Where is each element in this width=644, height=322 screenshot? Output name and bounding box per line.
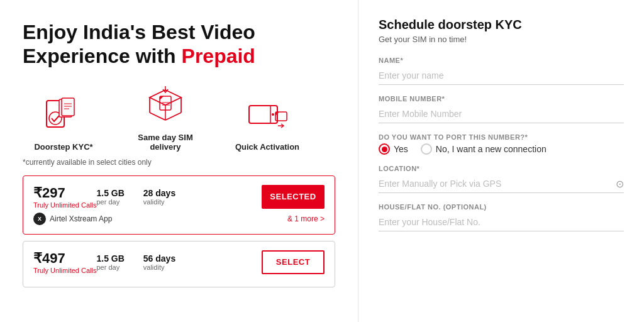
headline-highlight: Prepaid [182, 45, 255, 67]
feature-activation: Quick Activation [226, 93, 308, 152]
svg-marker-14 [160, 96, 164, 100]
plan-2-subtitle: Truly Unlimited Calls [33, 267, 96, 274]
location-field-group: LOCATION* ⊙ [379, 165, 624, 193]
house-input[interactable] [379, 213, 624, 231]
plan-1-price: ₹297 Truly Unlimited Calls [33, 185, 96, 209]
plan-card-2: ₹497 Truly Unlimited Calls 1.5 GB per da… [23, 241, 335, 287]
name-input[interactable] [379, 67, 624, 85]
port-yes-label: Yes [394, 144, 408, 154]
name-label: NAME* [379, 57, 624, 64]
plan-2-select-button[interactable]: SELECT [262, 250, 325, 274]
activation-icon [242, 93, 292, 137]
plan-card-1: ₹297 Truly Unlimited Calls 1.5 GB per da… [23, 175, 335, 235]
location-row: ⊙ [379, 175, 624, 193]
svg-line-11 [165, 113, 181, 120]
port-no-label: No, I want a new connection [436, 144, 547, 154]
plan-1-details: 1.5 GB per day 28 days validity [96, 188, 262, 206]
plan-1-app-name: Airtel Xstream App [50, 214, 112, 223]
mobile-label: MOBILE NUMBER* [379, 95, 624, 103]
mobile-input[interactable] [379, 105, 624, 123]
house-label: HOUSE/FLAT NO. (OPTIONAL) [379, 203, 624, 211]
feature-doorstep: Doorstep KYC* [23, 93, 104, 152]
disclaimer-text: *currently available in select cities on… [23, 158, 335, 167]
mobile-field-group: MOBILE NUMBER* [379, 95, 624, 123]
name-field-group: NAME* [379, 57, 624, 85]
svg-rect-3 [62, 98, 74, 116]
plan-1-bottom-row: X Airtel Xstream App & 1 more > [33, 213, 325, 225]
plan-2-top-row: ₹497 Truly Unlimited Calls 1.5 GB per da… [33, 250, 325, 274]
headline-line1: Enjoy India's Best Video [23, 21, 255, 43]
plan-2-data: 1.5 GB per day [96, 253, 124, 271]
headline-line2: Experience with [23, 45, 182, 67]
plan-1-subtitle: Truly Unlimited Calls [33, 201, 96, 209]
main-container: Enjoy India's Best Video Experience with… [0, 0, 644, 322]
plan-1-select-button[interactable]: SELECTED [262, 185, 325, 209]
port-label: DO YOU WANT TO PORT THIS NUMBER?* [379, 133, 624, 141]
plan-1-app-badge: X Airtel Xstream App [33, 213, 112, 225]
form-subtitle: Get your SIM in no time! [379, 35, 624, 44]
plan-1-validity: 28 days validity [143, 188, 175, 206]
plan-2-details: 1.5 GB per day 56 days validity [96, 253, 262, 271]
feature-activation-label: Quick Activation [235, 142, 299, 152]
right-panel: Schedule doorstep KYC Get your SIM in no… [358, 0, 644, 322]
svg-point-20 [272, 113, 274, 116]
airtel-xstream-icon: X [33, 213, 46, 225]
gps-icon[interactable]: ⊙ [616, 178, 624, 190]
plan-2-price: ₹497 Truly Unlimited Calls [33, 250, 96, 274]
location-label: LOCATION* [379, 165, 624, 172]
plan-1-top-row: ₹297 Truly Unlimited Calls 1.5 GB per da… [33, 185, 325, 209]
port-no-option[interactable]: No, I want a new connection [421, 143, 547, 155]
headline: Enjoy India's Best Video Experience with… [23, 20, 335, 69]
port-no-radio[interactable] [421, 143, 432, 155]
house-field-group: HOUSE/FLAT NO. (OPTIONAL) [379, 203, 624, 231]
sim-delivery-icon [140, 84, 191, 128]
feature-sim: Same day SIM delivery [125, 84, 206, 152]
location-input[interactable] [379, 175, 616, 192]
plan-1-data: 1.5 GB per day [96, 188, 124, 206]
port-radio-group: Yes No, I want a new connection [379, 143, 624, 155]
feature-sim-label: Same day SIM delivery [125, 133, 206, 152]
plan-1-more-link[interactable]: & 1 more > [287, 214, 325, 223]
svg-line-10 [150, 113, 165, 120]
form-title: Schedule doorstep KYC [379, 18, 624, 32]
port-yes-radio[interactable] [379, 143, 390, 155]
feature-doorstep-label: Doorstep KYC* [34, 142, 92, 152]
port-yes-option[interactable]: Yes [379, 143, 408, 155]
features-row: Doorstep KYC* [23, 84, 335, 152]
plan-2-validity: 56 days validity [143, 253, 175, 271]
doorstep-icon [38, 93, 89, 137]
left-panel: Enjoy India's Best Video Experience with… [0, 0, 358, 322]
port-field-group: DO YOU WANT TO PORT THIS NUMBER?* Yes No… [379, 133, 624, 155]
